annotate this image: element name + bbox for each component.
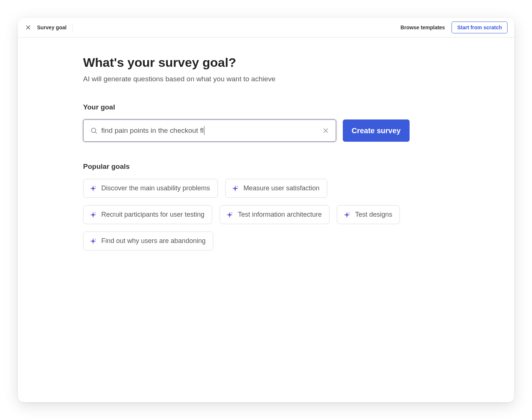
modal-title: Survey goal (37, 24, 66, 30)
search-icon (90, 127, 98, 134)
popular-goal-item[interactable]: Find out why users are abandoning (83, 232, 213, 250)
sparkle-icon (89, 185, 97, 192)
close-button[interactable] (24, 24, 32, 31)
popular-goal-label: Test designs (355, 211, 392, 219)
svg-line-1 (95, 132, 97, 134)
header-divider (72, 24, 73, 31)
close-icon (322, 127, 329, 134)
browse-templates-button[interactable]: Browse templates (401, 24, 445, 30)
popular-goal-item[interactable]: Test information architecture (220, 205, 329, 224)
create-survey-button[interactable]: Create survey (343, 119, 410, 142)
popular-goal-item[interactable]: Test designs (337, 205, 400, 224)
sparkle-icon (231, 185, 239, 192)
goal-input-wrapper[interactable]: find pain points in the checkout fl (83, 119, 336, 142)
sparkle-icon (226, 211, 233, 219)
page-title: What's your survey goal? (83, 55, 410, 70)
clear-input-button[interactable] (322, 127, 330, 135)
popular-goal-item[interactable]: Discover the main usability problems (83, 179, 218, 198)
popular-goal-label: Test information architecture (238, 211, 322, 219)
popular-goals-list: Discover the main usability problems Mea… (83, 179, 410, 250)
popular-goal-item[interactable]: Measure user satisfaction (225, 179, 327, 198)
popular-goal-label: Measure user satisfaction (243, 184, 319, 192)
popular-goals-label: Popular goals (83, 163, 410, 171)
popular-goal-item[interactable]: Recruit participants for user testing (83, 205, 212, 224)
close-icon (25, 24, 31, 30)
popular-goal-label: Recruit participants for user testing (101, 211, 204, 219)
sparkle-icon (89, 211, 97, 219)
sparkle-icon (343, 211, 351, 219)
text-caret (204, 126, 204, 135)
survey-goal-modal: Survey goal Browse templates Start from … (18, 18, 514, 402)
goal-section-label: Your goal (83, 103, 410, 111)
page-subtitle: AI will generate questions based on what… (83, 75, 410, 83)
sparkle-icon (89, 237, 97, 245)
modal-header: Survey goal Browse templates Start from … (18, 18, 514, 37)
start-from-scratch-button[interactable]: Start from scratch (451, 22, 508, 33)
popular-goal-label: Find out why users are abandoning (101, 237, 206, 245)
goal-input[interactable]: find pain points in the checkout fl (101, 127, 204, 135)
popular-goal-label: Discover the main usability problems (101, 184, 210, 192)
